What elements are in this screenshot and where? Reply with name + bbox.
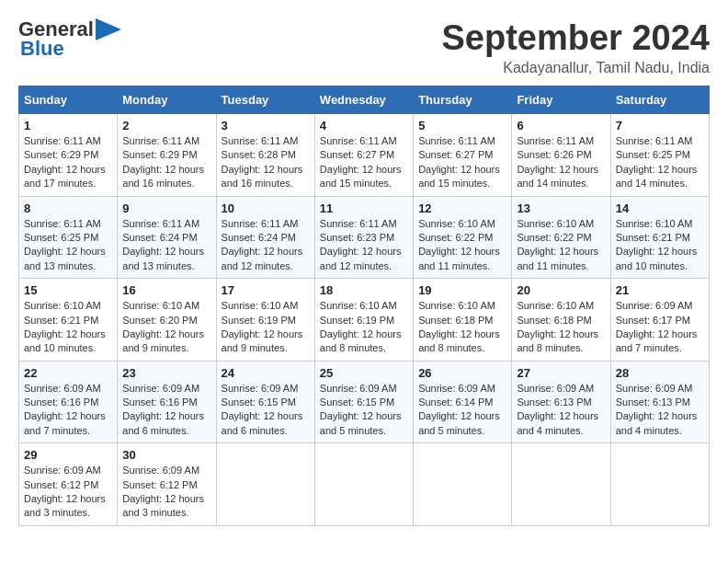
title-area: September 2024 Kadayanallur, Tamil Nadu,… [442, 18, 711, 76]
calendar-week-row: 1 Sunrise: 6:11 AMSunset: 6:29 PMDayligh… [19, 114, 710, 197]
calendar-cell: 11 Sunrise: 6:11 AMSunset: 6:23 PMDaylig… [314, 196, 413, 279]
day-number: 26 [418, 366, 506, 380]
calendar-cell [314, 443, 413, 526]
calendar-cell: 30 Sunrise: 6:09 AMSunset: 6:12 PMDaylig… [118, 443, 216, 526]
calendar-cell: 17 Sunrise: 6:10 AMSunset: 6:19 PMDaylig… [216, 279, 314, 362]
svg-marker-0 [96, 18, 121, 40]
page-header: General Blue September 2024 Kadayanallur… [18, 18, 710, 76]
day-number: 24 [222, 366, 310, 380]
day-number: 21 [616, 283, 704, 297]
calendar-cell: 3 Sunrise: 6:11 AMSunset: 6:28 PMDayligh… [216, 114, 314, 197]
month-title: September 2024 [442, 18, 711, 58]
day-info: Sunrise: 6:11 AMSunset: 6:29 PMDaylight:… [122, 135, 204, 189]
day-info: Sunrise: 6:10 AMSunset: 6:22 PMDaylight:… [517, 218, 598, 271]
day-number: 15 [24, 283, 112, 297]
day-info: Sunrise: 6:09 AMSunset: 6:15 PMDaylight:… [222, 383, 303, 436]
day-info: Sunrise: 6:09 AMSunset: 6:14 PMDaylight:… [418, 383, 500, 436]
day-info: Sunrise: 6:10 AMSunset: 6:18 PMDaylight:… [517, 300, 598, 353]
day-number: 10 [222, 201, 310, 215]
day-info: Sunrise: 6:11 AMSunset: 6:27 PMDaylight:… [418, 135, 500, 189]
calendar-cell: 27 Sunrise: 6:09 AMSunset: 6:13 PMDaylig… [512, 361, 610, 443]
day-info: Sunrise: 6:11 AMSunset: 6:28 PMDaylight:… [222, 135, 303, 189]
day-number: 19 [418, 283, 506, 297]
day-info: Sunrise: 6:11 AMSunset: 6:24 PMDaylight:… [122, 218, 204, 271]
day-number: 18 [320, 283, 408, 297]
day-number: 2 [122, 119, 210, 132]
column-header-monday: Monday [118, 86, 216, 114]
calendar-week-row: 8 Sunrise: 6:11 AMSunset: 6:25 PMDayligh… [19, 196, 710, 279]
calendar-cell: 5 Sunrise: 6:11 AMSunset: 6:27 PMDayligh… [414, 114, 512, 197]
day-number: 20 [517, 283, 605, 297]
calendar-cell: 14 Sunrise: 6:10 AMSunset: 6:21 PMDaylig… [610, 196, 709, 279]
day-info: Sunrise: 6:09 AMSunset: 6:16 PMDaylight:… [122, 383, 204, 436]
calendar-cell: 25 Sunrise: 6:09 AMSunset: 6:15 PMDaylig… [314, 361, 413, 443]
calendar-cell: 2 Sunrise: 6:11 AMSunset: 6:29 PMDayligh… [118, 114, 216, 197]
day-number: 16 [122, 283, 210, 297]
location-title: Kadayanallur, Tamil Nadu, India [442, 60, 711, 76]
day-number: 9 [122, 201, 210, 215]
calendar-cell: 7 Sunrise: 6:11 AMSunset: 6:25 PMDayligh… [610, 114, 709, 197]
day-number: 30 [122, 448, 210, 462]
day-info: Sunrise: 6:10 AMSunset: 6:19 PMDaylight:… [222, 300, 303, 353]
day-info: Sunrise: 6:09 AMSunset: 6:13 PMDaylight:… [517, 383, 598, 436]
day-info: Sunrise: 6:10 AMSunset: 6:18 PMDaylight:… [418, 300, 500, 353]
calendar-cell: 9 Sunrise: 6:11 AMSunset: 6:24 PMDayligh… [118, 196, 216, 279]
column-header-sunday: Sunday [19, 86, 118, 114]
day-info: Sunrise: 6:09 AMSunset: 6:12 PMDaylight:… [24, 465, 106, 518]
day-number: 13 [517, 201, 605, 215]
calendar-cell: 26 Sunrise: 6:09 AMSunset: 6:14 PMDaylig… [414, 361, 512, 443]
calendar-week-row: 29 Sunrise: 6:09 AMSunset: 6:12 PMDaylig… [19, 443, 710, 526]
day-number: 3 [222, 119, 310, 132]
calendar-cell: 24 Sunrise: 6:09 AMSunset: 6:15 PMDaylig… [216, 361, 314, 443]
day-info: Sunrise: 6:11 AMSunset: 6:27 PMDaylight:… [320, 135, 402, 189]
calendar-cell: 22 Sunrise: 6:09 AMSunset: 6:16 PMDaylig… [19, 361, 118, 443]
calendar-week-row: 15 Sunrise: 6:10 AMSunset: 6:21 PMDaylig… [19, 279, 710, 362]
day-number: 28 [616, 366, 704, 380]
calendar-cell: 13 Sunrise: 6:10 AMSunset: 6:22 PMDaylig… [512, 196, 610, 279]
calendar-cell: 6 Sunrise: 6:11 AMSunset: 6:26 PMDayligh… [512, 114, 610, 197]
day-info: Sunrise: 6:09 AMSunset: 6:12 PMDaylight:… [122, 465, 204, 518]
column-header-tuesday: Tuesday [216, 86, 314, 114]
day-number: 1 [24, 119, 112, 132]
day-info: Sunrise: 6:10 AMSunset: 6:20 PMDaylight:… [122, 300, 204, 353]
day-info: Sunrise: 6:10 AMSunset: 6:22 PMDaylight:… [418, 218, 500, 271]
day-info: Sunrise: 6:09 AMSunset: 6:15 PMDaylight:… [320, 383, 402, 436]
day-number: 5 [418, 119, 506, 132]
logo-blue: Blue [20, 37, 64, 61]
calendar-cell: 21 Sunrise: 6:09 AMSunset: 6:17 PMDaylig… [610, 279, 709, 362]
day-number: 14 [616, 201, 704, 215]
calendar-cell: 12 Sunrise: 6:10 AMSunset: 6:22 PMDaylig… [414, 196, 512, 279]
day-number: 17 [222, 283, 310, 297]
column-header-friday: Friday [512, 86, 610, 114]
day-number: 23 [122, 366, 210, 380]
day-info: Sunrise: 6:11 AMSunset: 6:29 PMDaylight:… [24, 135, 106, 189]
day-info: Sunrise: 6:09 AMSunset: 6:16 PMDaylight:… [24, 383, 106, 436]
calendar-cell: 4 Sunrise: 6:11 AMSunset: 6:27 PMDayligh… [314, 114, 413, 197]
calendar-cell: 16 Sunrise: 6:10 AMSunset: 6:20 PMDaylig… [118, 279, 216, 362]
calendar-header-row: SundayMondayTuesdayWednesdayThursdayFrid… [19, 86, 710, 114]
day-number: 8 [24, 201, 112, 215]
day-info: Sunrise: 6:10 AMSunset: 6:21 PMDaylight:… [616, 218, 698, 271]
calendar-cell: 29 Sunrise: 6:09 AMSunset: 6:12 PMDaylig… [19, 443, 118, 526]
calendar-cell: 18 Sunrise: 6:10 AMSunset: 6:19 PMDaylig… [314, 279, 413, 362]
day-info: Sunrise: 6:11 AMSunset: 6:26 PMDaylight:… [517, 135, 598, 189]
day-number: 25 [320, 366, 408, 380]
column-header-saturday: Saturday [610, 86, 709, 114]
day-number: 27 [517, 366, 605, 380]
calendar-table: SundayMondayTuesdayWednesdayThursdayFrid… [18, 86, 710, 526]
calendar-cell [610, 443, 709, 526]
day-number: 12 [418, 201, 506, 215]
day-info: Sunrise: 6:09 AMSunset: 6:13 PMDaylight:… [616, 383, 698, 436]
logo-arrow-icon [96, 18, 121, 40]
calendar-cell [512, 443, 610, 526]
calendar-cell: 19 Sunrise: 6:10 AMSunset: 6:18 PMDaylig… [414, 279, 512, 362]
calendar-cell: 23 Sunrise: 6:09 AMSunset: 6:16 PMDaylig… [118, 361, 216, 443]
day-info: Sunrise: 6:11 AMSunset: 6:25 PMDaylight:… [616, 135, 698, 189]
day-info: Sunrise: 6:11 AMSunset: 6:25 PMDaylight:… [24, 218, 106, 271]
column-header-thursday: Thursday [414, 86, 512, 114]
calendar-cell: 20 Sunrise: 6:10 AMSunset: 6:18 PMDaylig… [512, 279, 610, 362]
day-info: Sunrise: 6:10 AMSunset: 6:21 PMDaylight:… [24, 300, 106, 353]
calendar-cell [414, 443, 512, 526]
column-header-wednesday: Wednesday [314, 86, 413, 114]
day-number: 11 [320, 201, 408, 215]
